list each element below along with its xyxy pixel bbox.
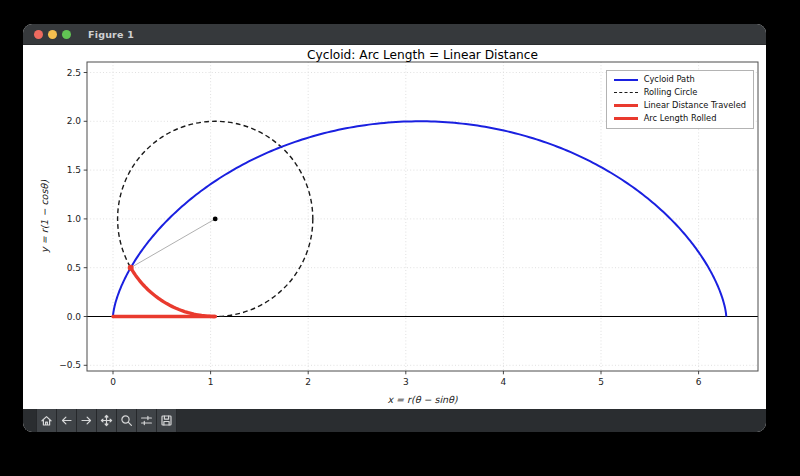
x-axis-label: x = r(θ − sinθ) — [387, 394, 457, 405]
titlebar[interactable]: Figure 1 — [23, 24, 766, 45]
toolbar-subplots-button[interactable] — [137, 409, 157, 432]
x-tick-label: 1 — [208, 377, 214, 387]
zoom-button[interactable] — [62, 30, 71, 39]
toolbar-home-button[interactable] — [36, 409, 57, 432]
legend-label: Arc Length Rolled — [644, 114, 717, 124]
y-tick-label: 0.0 — [67, 312, 82, 322]
toolbar-forward-button[interactable] — [77, 409, 97, 432]
circle-center-dot — [213, 217, 218, 222]
move-icon — [100, 414, 113, 427]
figure-canvas[interactable]: 0123456−0.50.00.51.01.52.02.5 Cycloid: A… — [23, 45, 766, 409]
legend-line-sample — [614, 117, 638, 120]
legend-line-sample — [614, 104, 638, 107]
x-tick-label: 2 — [305, 377, 311, 387]
cycloid-point-marker — [128, 265, 134, 271]
arrow-left-icon — [60, 414, 73, 427]
y-tick-label: 2.5 — [67, 68, 81, 78]
magnifier-icon — [120, 414, 133, 427]
desktop-background: Figure 1 0123456−0.50.00.51.01.52.02.5 C… — [0, 0, 800, 476]
legend-entry: Cycloid Path — [614, 75, 746, 85]
home-icon — [40, 414, 53, 427]
y-axis-label: y = r(1 − cosθ) — [39, 180, 50, 253]
legend: Cycloid PathRolling CircleLinear Distanc… — [606, 70, 754, 129]
figure-window: Figure 1 0123456−0.50.00.51.01.52.02.5 C… — [23, 24, 766, 432]
toolbar — [23, 409, 766, 432]
arrow-right-icon — [80, 414, 93, 427]
legend-entry: Linear Distance Traveled — [614, 101, 746, 111]
legend-label: Cycloid Path — [644, 75, 695, 85]
sliders-icon — [140, 414, 153, 427]
minimize-button[interactable] — [48, 30, 57, 39]
legend-entry: Rolling Circle — [614, 88, 746, 98]
legend-entry: Arc Length Rolled — [614, 114, 746, 124]
legend-line-sample — [614, 79, 638, 81]
toolbar-save-button[interactable] — [157, 409, 177, 432]
x-tick-label: 0 — [110, 377, 116, 387]
y-tick-label: 1.0 — [67, 214, 82, 224]
close-button[interactable] — [34, 30, 43, 39]
toolbar-back-button[interactable] — [57, 409, 77, 432]
x-tick-label: 3 — [403, 377, 409, 387]
legend-line-sample — [614, 92, 638, 93]
save-icon — [160, 414, 173, 427]
x-tick-label: 6 — [696, 377, 702, 387]
radius-spoke — [131, 219, 216, 268]
y-tick-label: 0.5 — [67, 263, 81, 273]
window-title: Figure 1 — [88, 29, 134, 40]
x-tick-label: 4 — [501, 377, 507, 387]
arc-length-rolled — [131, 268, 215, 316]
plot-title: Cycloid: Arc Length = Linear Distance — [307, 48, 538, 62]
x-tick-label: 5 — [598, 377, 604, 387]
y-tick-label: −0.5 — [59, 360, 81, 370]
toolbar-pan-button[interactable] — [97, 409, 117, 432]
toolbar-zoom-button[interactable] — [117, 409, 137, 432]
legend-label: Rolling Circle — [644, 88, 698, 98]
y-tick-label: 1.5 — [67, 165, 81, 175]
legend-label: Linear Distance Traveled — [644, 101, 746, 111]
y-tick-label: 2.0 — [67, 116, 82, 126]
